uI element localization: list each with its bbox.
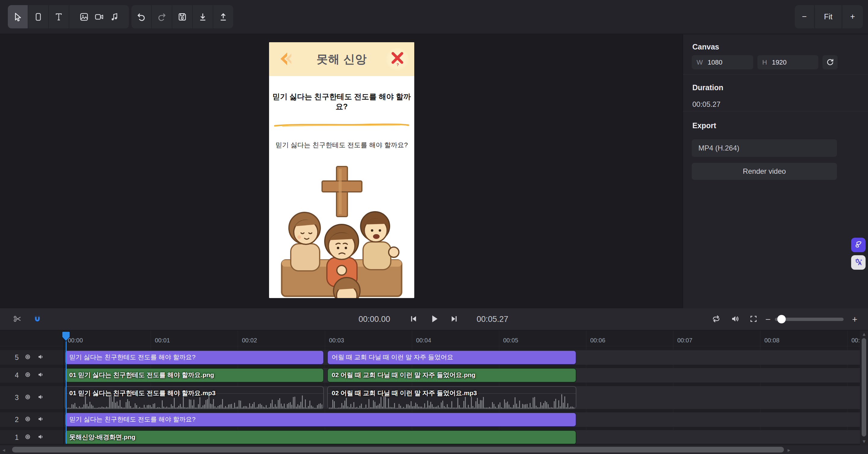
playhead-handle[interactable] xyxy=(62,331,70,343)
select-tool-button[interactable] xyxy=(8,5,28,28)
speaker-icon xyxy=(37,352,45,362)
track-mute-toggle[interactable] xyxy=(37,352,45,362)
canvas-zoom-in-button[interactable]: + xyxy=(842,5,863,28)
scissors-icon xyxy=(13,314,22,325)
canvas-zoom-out-button[interactable]: − xyxy=(795,5,814,28)
vertical-scrollbar-thumb[interactable] xyxy=(862,338,866,436)
volume-icon xyxy=(730,314,740,325)
select-tool-icon xyxy=(13,12,23,22)
track-visibility-toggle[interactable] xyxy=(24,370,32,380)
audio-clip[interactable]: 01 믿기 싫다는 친구한테도 전도를 해야 할까요.mp3 xyxy=(65,386,324,409)
fullscreen-button[interactable] xyxy=(745,308,762,330)
play-button[interactable] xyxy=(426,308,442,330)
preview-title: 못해 신앙 xyxy=(316,52,367,67)
skip-end-icon xyxy=(450,314,459,324)
timeline-vertical-scrollbar[interactable]: ▲ ▼ xyxy=(860,330,868,445)
clip-label: 못해신앙-배경화면.png xyxy=(69,433,574,441)
split-clip-button[interactable] xyxy=(9,308,26,330)
canvas-width-field[interactable]: W 1080 xyxy=(692,55,753,69)
extension-logo-button[interactable] xyxy=(851,238,866,252)
snap-toggle-button[interactable] xyxy=(29,308,46,330)
timeline-ruler[interactable]: 00:0000:0100:0200:0300:0400:0500:0600:07… xyxy=(0,330,860,346)
text-clip[interactable]: 믿기 싫다는 친구한테도 전도를 해야 할까요? xyxy=(65,350,324,365)
track-mute-toggle[interactable] xyxy=(37,433,45,442)
timeline-zoom-in-button[interactable]: + xyxy=(847,308,862,330)
track-header: 3 xyxy=(0,386,64,409)
upload-button[interactable] xyxy=(213,5,233,28)
track-visibility-toggle[interactable] xyxy=(24,415,32,424)
canvas-workspace[interactable]: 못해 신앙 ? 믿기 싫다는 친구한테도 전도를 해야 할까요? 믿기 싫다는 … xyxy=(0,34,683,308)
image-clip[interactable]: 못해신앙-배경화면.png xyxy=(65,430,576,444)
save-button[interactable] xyxy=(172,5,192,28)
mute-button[interactable] xyxy=(727,308,743,330)
canvas-zoom-fit-button[interactable]: Fit xyxy=(815,5,841,28)
total-duration: 00:05.27 xyxy=(477,308,508,330)
magnet-icon xyxy=(33,314,42,325)
timeline-track-row: 1 못해신앙-배경화면.png xyxy=(0,430,860,444)
ruler-tick-label: 00:04 xyxy=(416,337,431,344)
scroll-left-arrow-icon[interactable]: ◂ xyxy=(2,447,5,453)
translate-button[interactable] xyxy=(851,255,866,270)
ruler-tick-label: 00:01 xyxy=(155,337,170,344)
image-clip[interactable]: 01 믿기 싫다는 친구한테도 전도를 해야 할까요.png xyxy=(65,368,324,382)
refresh-icon xyxy=(826,57,835,67)
swap-dimensions-button[interactable] xyxy=(823,55,838,69)
ruler-tick-label: 00:08 xyxy=(764,337,779,344)
timeline-zoom-slider-thumb[interactable] xyxy=(777,315,786,323)
redo-button[interactable] xyxy=(152,5,172,28)
track-header: 2 xyxy=(0,413,64,427)
audio-clip[interactable]: 02 어릴 때 교회 다닐 때 이런 말 자주 들었어요.mp3 xyxy=(327,386,576,409)
track-visibility-toggle[interactable] xyxy=(24,393,32,402)
shape-tool-button[interactable] xyxy=(28,5,48,28)
skip-to-end-button[interactable] xyxy=(446,308,462,330)
timeline-zoom-out-button[interactable]: − xyxy=(761,308,775,330)
canvas-section-heading: Canvas xyxy=(692,42,719,51)
text-tool-icon xyxy=(54,12,64,22)
tool-group-insert xyxy=(8,5,129,28)
text-clip[interactable]: 믿기 싫다는 친구한테도 전도를 해야 할까요? xyxy=(65,413,576,427)
headline-underline xyxy=(274,122,410,127)
scroll-down-arrow-icon[interactable]: ▼ xyxy=(862,439,867,444)
track-mute-toggle[interactable] xyxy=(37,393,45,402)
back-chevrons-icon xyxy=(276,50,295,69)
ruler-tick-label: 00:06 xyxy=(590,337,605,344)
timeline-zoom-slider[interactable] xyxy=(775,318,844,321)
loop-toggle-button[interactable] xyxy=(708,308,724,330)
text-clip[interactable]: 어릴 때 교회 다닐 때 이런 말 자주 들었어요 xyxy=(327,350,576,365)
ruler-tick-label: 00:07 xyxy=(677,337,692,344)
render-video-button[interactable]: Render video xyxy=(692,163,837,180)
undo-icon xyxy=(136,12,147,22)
timeline-horizontal-scrollbar[interactable]: ◂ ▸ xyxy=(0,445,868,454)
image-tool-icon xyxy=(79,12,89,22)
track-visibility-toggle[interactable] xyxy=(24,352,32,362)
translate-icon xyxy=(854,257,863,267)
width-value: 1080 xyxy=(708,59,722,66)
timeline: 00:0000:0100:0200:0300:0400:0500:0600:07… xyxy=(0,330,868,454)
export-format-select[interactable]: MP4 (H.264) xyxy=(692,139,837,157)
horizontal-scrollbar-thumb[interactable] xyxy=(12,447,784,453)
scroll-up-arrow-icon[interactable]: ▲ xyxy=(862,332,867,337)
track-mute-toggle[interactable] xyxy=(37,370,45,380)
ruler-tick-label: 00:02 xyxy=(242,337,257,344)
current-time: 00:00.00 xyxy=(359,308,390,330)
track-header-divider xyxy=(64,330,64,444)
video-preview-canvas[interactable]: 못해 신앙 ? 믿기 싫다는 친구한테도 전도를 해야 할까요? 믿기 싫다는 … xyxy=(269,42,414,298)
track-mute-toggle[interactable] xyxy=(37,415,45,424)
canvas-height-field[interactable]: H 1920 xyxy=(757,55,818,69)
media-tools-button[interactable] xyxy=(69,5,129,28)
fullscreen-icon xyxy=(749,314,758,324)
clip-label: 02 어릴 때 교회 다닐 때 이런 말 자주 들었어요.png xyxy=(332,371,574,379)
download-button[interactable] xyxy=(193,5,213,28)
scroll-right-arrow-icon[interactable]: ▸ xyxy=(787,447,790,453)
track-visibility-toggle[interactable] xyxy=(24,433,32,442)
height-value: 1920 xyxy=(772,59,787,66)
skip-to-start-button[interactable] xyxy=(406,308,421,330)
text-tool-button[interactable] xyxy=(49,5,69,28)
undo-button[interactable] xyxy=(131,5,151,28)
clip-label: 01 믿기 싫다는 친구한테도 전도를 해야 할까요.png xyxy=(69,371,321,379)
track-number: 5 xyxy=(10,353,19,362)
height-label: H xyxy=(762,59,767,66)
redo-icon xyxy=(157,12,167,22)
image-clip[interactable]: 02 어릴 때 교회 다닐 때 이런 말 자주 들었어요.png xyxy=(327,368,576,382)
speaker-icon xyxy=(37,433,45,442)
